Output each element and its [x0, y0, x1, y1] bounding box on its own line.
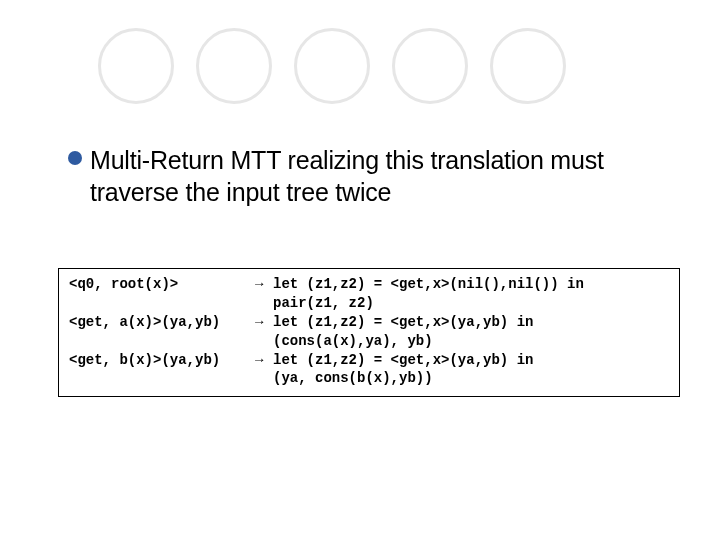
code-line: (ya, cons(b(x),yb)) [69, 369, 669, 388]
decorative-circle [490, 28, 566, 104]
code-rhs: let (z1,z2) = <get,x>(ya,yb) in [273, 313, 533, 332]
code-line: <get, b(x)>(ya,yb) → let (z1,z2) = <get,… [69, 351, 669, 370]
decorative-circle [294, 28, 370, 104]
content-area: Multi-Return MTT realizing this translat… [0, 104, 720, 208]
code-rhs: pair(z1, z2) [273, 294, 374, 313]
bullet-marker-icon [68, 151, 82, 165]
bullet-item: Multi-Return MTT realizing this translat… [68, 144, 660, 208]
bullet-text: Multi-Return MTT realizing this translat… [90, 144, 660, 208]
arrow-icon: → [255, 275, 273, 294]
decorative-circle [196, 28, 272, 104]
code-lhs: <q0, root(x)> [69, 275, 255, 294]
code-line: pair(z1, z2) [69, 294, 669, 313]
code-box: <q0, root(x)> → let (z1,z2) = <get,x>(ni… [58, 268, 680, 397]
code-rhs: let (z1,z2) = <get,x>(nil(),nil()) in [273, 275, 584, 294]
decorative-circles-row [0, 0, 720, 104]
code-line: (cons(a(x),ya), yb) [69, 332, 669, 351]
code-lhs: <get, b(x)>(ya,yb) [69, 351, 255, 370]
code-lhs: <get, a(x)>(ya,yb) [69, 313, 255, 332]
decorative-circle [392, 28, 468, 104]
arrow-icon: → [255, 351, 273, 370]
code-line: <q0, root(x)> → let (z1,z2) = <get,x>(ni… [69, 275, 669, 294]
code-line: <get, a(x)>(ya,yb) → let (z1,z2) = <get,… [69, 313, 669, 332]
code-rhs: (cons(a(x),ya), yb) [273, 332, 433, 351]
decorative-circle [98, 28, 174, 104]
code-rhs: let (z1,z2) = <get,x>(ya,yb) in [273, 351, 533, 370]
arrow-icon: → [255, 313, 273, 332]
code-rhs: (ya, cons(b(x),yb)) [273, 369, 433, 388]
